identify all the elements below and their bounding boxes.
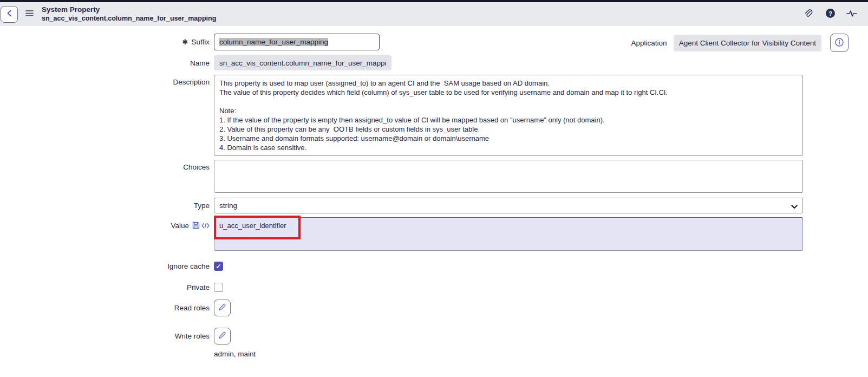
description-row: Description This property is used to map… — [0, 75, 868, 156]
hamburger-icon — [25, 10, 34, 18]
suffix-input[interactable]: column_name_for_user_mapping — [214, 34, 380, 50]
choices-label: Choices — [183, 163, 210, 171]
value-label: Value — [171, 222, 189, 230]
save-icon[interactable] — [192, 222, 200, 231]
activity-stream-button[interactable] — [843, 5, 860, 23]
page-title: System Property — [42, 5, 216, 15]
chevron-left-icon — [6, 10, 12, 18]
code-icon[interactable] — [201, 222, 210, 230]
name-field: sn_acc_vis_content.column_name_for_user_… — [214, 55, 391, 70]
write-roles-list: admin, maint — [214, 349, 256, 358]
ignore-cache-checkbox[interactable] — [214, 262, 223, 271]
type-label: Type — [194, 202, 210, 210]
pulse-icon — [846, 9, 857, 20]
name-row: Name sn_acc_vis_content.column_name_for_… — [0, 55, 868, 70]
application-label: Application — [631, 39, 667, 47]
private-row: Private — [0, 283, 868, 292]
chevron-down-icon — [791, 203, 798, 211]
type-select[interactable]: string — [214, 198, 803, 213]
paperclip-icon — [804, 9, 813, 20]
write-roles-label-wrap: Write roles — [0, 332, 214, 340]
write-roles-edit-button[interactable] — [214, 328, 231, 344]
write-roles-row: Write roles — [0, 328, 868, 344]
ignore-cache-label: Ignore cache — [167, 262, 210, 270]
value-label-wrap: Value — [0, 217, 214, 231]
suffix-label-wrap: ✱ Suffix — [0, 38, 214, 46]
description-label-wrap: Description — [0, 75, 214, 86]
back-button[interactable] — [1, 6, 18, 23]
ignore-cache-label-wrap: Ignore cache — [0, 262, 214, 270]
name-label-wrap: Name — [0, 59, 214, 67]
info-icon — [835, 38, 844, 48]
choices-label-wrap: Choices — [0, 160, 214, 171]
type-select-value: string — [219, 202, 237, 210]
choices-textarea[interactable] — [214, 160, 803, 193]
svg-text:?: ? — [828, 10, 832, 17]
context-menu-button[interactable] — [21, 6, 37, 22]
value-row: Value u_acc_user_identifier — [0, 217, 868, 253]
form-header: System Property sn_acc_vis_content.colum… — [0, 2, 868, 26]
application-info-button[interactable] — [830, 34, 849, 52]
write-roles-label: Write roles — [175, 332, 210, 340]
help-button[interactable]: ? — [821, 5, 839, 23]
private-label-wrap: Private — [0, 283, 214, 291]
suffix-label: Suffix — [191, 38, 210, 46]
private-label: Private — [187, 283, 210, 291]
pencil-icon — [218, 332, 226, 341]
application-group: Application Agent Client Collector for V… — [631, 34, 849, 52]
value-textarea[interactable]: u_acc_user_identifier — [214, 217, 803, 251]
suffix-row: ✱ Suffix column_name_for_user_mapping Ap… — [0, 34, 868, 50]
description-label: Description — [173, 78, 210, 86]
private-checkbox[interactable] — [214, 283, 223, 292]
value-field-wrap: u_acc_user_identifier — [214, 217, 803, 253]
type-row: Type string — [0, 198, 868, 213]
title-block: System Property sn_acc_vis_content.colum… — [42, 5, 216, 23]
pencil-icon — [218, 303, 226, 313]
name-label: Name — [190, 59, 210, 67]
suffix-input-value: column_name_for_user_mapping — [219, 38, 328, 46]
read-roles-row: Read roles — [0, 300, 868, 316]
read-roles-edit-button[interactable] — [214, 300, 231, 316]
write-roles-list-row: admin, maint — [0, 349, 868, 358]
choices-row: Choices — [0, 160, 868, 193]
application-field: Agent Client Collector for Visibility Co… — [674, 35, 821, 51]
ignore-cache-row: Ignore cache — [0, 262, 868, 271]
system-property-form: ✱ Suffix column_name_for_user_mapping Ap… — [0, 26, 868, 358]
read-roles-label-wrap: Read roles — [0, 304, 214, 312]
read-roles-label: Read roles — [174, 304, 210, 312]
question-circle-icon: ? — [825, 8, 836, 20]
record-subtitle: sn_acc_vis_content.column_name_for_user_… — [42, 15, 216, 23]
description-textarea[interactable]: This property is used to map user (assig… — [214, 75, 803, 156]
type-label-wrap: Type — [0, 202, 214, 210]
required-icon: ✱ — [182, 38, 188, 46]
attachment-button[interactable] — [800, 5, 817, 23]
